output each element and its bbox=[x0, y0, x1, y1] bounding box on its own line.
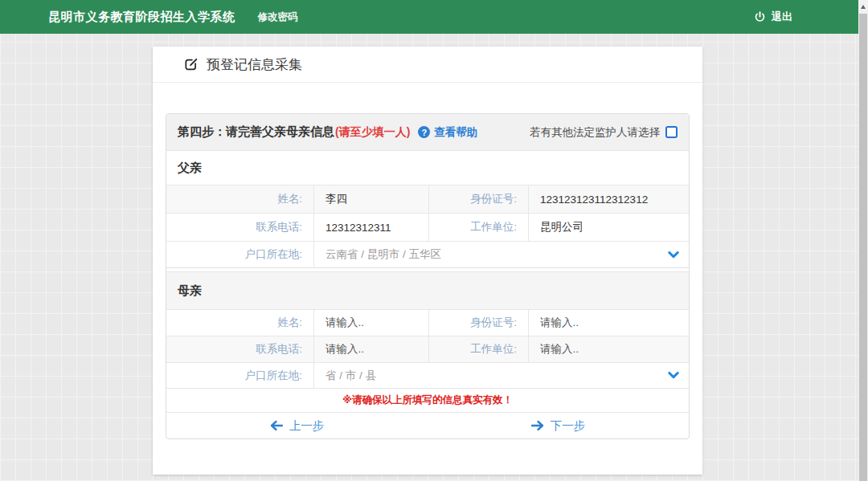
mother-residence-value: 省 / 市 / 县 bbox=[326, 369, 376, 383]
father-id-input[interactable]: 123123123112312312 bbox=[529, 185, 689, 213]
guardian-option: 若有其他法定监护人请选择 bbox=[530, 125, 678, 140]
scrollbar-up-button[interactable] bbox=[858, 0, 868, 14]
father-row-phone-work: 联系电话: 12312312311 工作单位: 昆明公司 bbox=[166, 213, 689, 241]
pre-registration-card: 预登记信息采集 第四步：请完善父亲母亲信息 (请至少填一人) ? 查看帮助 若有… bbox=[153, 47, 702, 475]
guardian-checkbox[interactable] bbox=[665, 126, 678, 138]
chevron-down-icon[interactable] bbox=[668, 372, 679, 379]
father-phone-input[interactable]: 12312312311 bbox=[314, 214, 429, 241]
top-navbar: 昆明市义务教育阶段招生入学系统 修改密码 退出 bbox=[0, 0, 858, 34]
father-name-input[interactable]: 李四 bbox=[314, 185, 429, 213]
change-password-link[interactable]: 修改密码 bbox=[258, 10, 298, 24]
guardian-prompt: 若有其他法定监护人请选择 bbox=[530, 125, 660, 140]
mother-workunit-input[interactable]: 请输入.. bbox=[529, 336, 689, 362]
page-title: 预登记信息采集 bbox=[207, 55, 302, 74]
arrow-left-icon bbox=[270, 420, 283, 431]
logout-label: 退出 bbox=[772, 10, 792, 24]
edit-icon bbox=[183, 57, 199, 72]
mother-row-name-id: 姓名: 请输入.. 身份证号: 请输入.. bbox=[166, 309, 689, 336]
chevron-down-icon[interactable] bbox=[668, 251, 679, 259]
previous-step-button[interactable]: 上一步 bbox=[270, 418, 325, 434]
scrollbar-thumb[interactable] bbox=[859, 14, 867, 481]
power-icon bbox=[754, 11, 766, 23]
validity-warning: ※请确保以上所填写的信息真实有效！ bbox=[342, 393, 513, 407]
vertical-scrollbar[interactable] bbox=[858, 0, 868, 481]
question-icon: ? bbox=[418, 126, 430, 138]
mother-workunit-label: 工作单位: bbox=[429, 336, 529, 362]
mother-row-phone-work: 联系电话: 请输入.. 工作单位: 请输入.. bbox=[166, 336, 689, 362]
arrow-right-icon bbox=[531, 420, 544, 431]
mother-id-input[interactable]: 请输入.. bbox=[529, 310, 689, 336]
father-residence-label: 户口所在地: bbox=[166, 242, 314, 267]
mother-residence-row: 户口所在地: 省 / 市 / 县 bbox=[166, 362, 689, 388]
father-id-label: 身份证号: bbox=[429, 185, 529, 213]
father-section-header: 父亲 bbox=[166, 150, 689, 185]
warning-row: ※请确保以上所填写的信息真实有效！ bbox=[166, 388, 689, 412]
mother-name-label: 姓名: bbox=[166, 310, 314, 336]
father-workunit-input[interactable]: 昆明公司 bbox=[529, 214, 689, 241]
mother-name-input[interactable]: 请输入.. bbox=[314, 310, 429, 336]
step-header: 第四步：请完善父亲母亲信息 (请至少填一人) ? 查看帮助 若有其他法定监护人请… bbox=[166, 114, 689, 150]
father-row-name-id: 姓名: 李四 身份证号: 123123123112312312 bbox=[166, 185, 689, 213]
father-workunit-label: 工作单位: bbox=[429, 214, 529, 241]
father-residence-row: 户口所在地: 云南省 / 昆明市 / 五华区 bbox=[166, 241, 689, 267]
next-step-button[interactable]: 下一步 bbox=[531, 418, 586, 434]
step-title: 第四步：请完善父亲母亲信息 bbox=[178, 124, 334, 140]
father-phone-label: 联系电话: bbox=[166, 214, 314, 241]
mother-residence-select[interactable]: 省 / 市 / 县 bbox=[314, 369, 689, 383]
system-title: 昆明市义务教育阶段招生入学系统 bbox=[48, 10, 235, 25]
next-step-label: 下一步 bbox=[551, 418, 586, 434]
mother-section-header: 母亲 bbox=[166, 271, 689, 309]
father-residence-value: 云南省 / 昆明市 / 五华区 bbox=[326, 247, 441, 262]
card-header: 预登记信息采集 bbox=[153, 47, 702, 83]
scroll-up-icon bbox=[861, 5, 866, 9]
step-note: (请至少填一人) bbox=[335, 125, 410, 140]
view-help-link[interactable]: ? 查看帮助 bbox=[418, 125, 477, 140]
father-name-label: 姓名: bbox=[166, 185, 314, 213]
mother-residence-label: 户口所在地: bbox=[166, 363, 314, 388]
previous-step-label: 上一步 bbox=[289, 418, 325, 434]
navigation-row: 上一步 下一步 bbox=[166, 412, 689, 438]
mother-phone-label: 联系电话: bbox=[166, 336, 314, 362]
parents-info-form: 第四步：请完善父亲母亲信息 (请至少填一人) ? 查看帮助 若有其他法定监护人请… bbox=[166, 113, 690, 439]
logout-button[interactable]: 退出 bbox=[754, 10, 792, 24]
help-link-label: 查看帮助 bbox=[434, 125, 477, 140]
mother-phone-input[interactable]: 请输入.. bbox=[314, 336, 429, 362]
father-residence-select[interactable]: 云南省 / 昆明市 / 五华区 bbox=[314, 247, 689, 262]
mother-id-label: 身份证号: bbox=[429, 310, 529, 336]
